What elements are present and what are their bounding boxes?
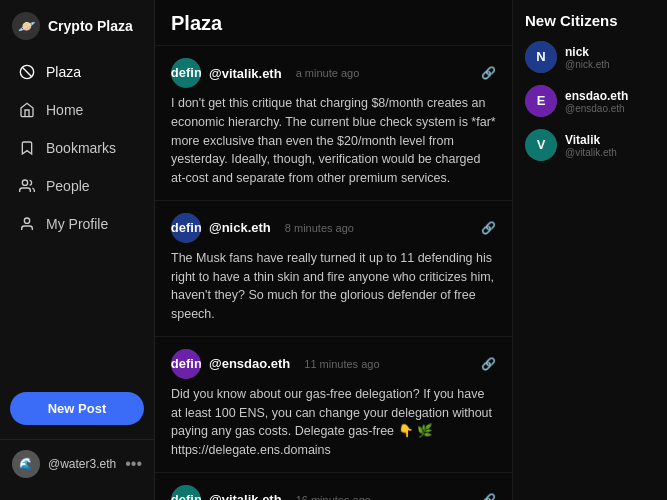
post-time: 8 minutes ago [285,222,354,234]
post-avatar: undefined [171,58,201,88]
citizen-handle: @nick.eth [565,59,610,70]
svg-text:E: E [537,93,546,108]
citizen-handle: @ensdao.eth [565,103,628,114]
sidebar-item-bookmarks[interactable]: Bookmarks [6,130,148,166]
citizen-avatar: E [525,85,557,117]
post-time: 16 minutes ago [296,494,371,500]
citizen-name: Vitalik [565,133,617,147]
svg-text:undefined: undefined [171,220,201,235]
citizen-handle: @vitalik.eth [565,147,617,158]
people-icon [18,177,36,195]
panel-title: New Citizens [525,12,655,29]
citizen-info: nick @nick.eth [565,45,610,70]
sidebar-nav: Plaza Home Bookmarks People My Profile [0,54,154,382]
citizens-list: N nick @nick.eth E ensdao.eth @ensdao.et… [525,41,655,161]
citizen-info: Vitalik @vitalik.eth [565,133,617,158]
sidebar-item-label-profile: My Profile [46,216,108,232]
post-avatar: undefined [171,213,201,243]
sidebar-item-people[interactable]: People [6,168,148,204]
post-link-icon[interactable]: 🔗 [481,493,496,500]
app-name: Crypto Plaza [48,18,133,34]
post-avatar: undefined [171,485,201,500]
feed-title: Plaza [171,12,496,35]
svg-line-1 [22,67,31,76]
svg-point-2 [22,180,27,185]
svg-text:undefined: undefined [171,356,201,371]
right-panel: New Citizens N nick @nick.eth E ensdao.e… [512,0,667,500]
post-header: undefined @ensdao.eth 11 minutes ago 🔗 [171,349,496,379]
post-header: undefined @nick.eth 8 minutes ago 🔗 [171,213,496,243]
svg-point-3 [24,218,29,223]
feed-list: undefined @vitalik.eth a minute ago 🔗 I … [155,46,512,500]
post-time: 11 minutes ago [304,358,379,370]
post-username[interactable]: @ensdao.eth [209,356,290,371]
svg-text:N: N [536,49,545,64]
post-link-icon[interactable]: 🔗 [481,357,496,371]
post-user: undefined @nick.eth 8 minutes ago [171,213,354,243]
home-icon [18,101,36,119]
post-content: I don't get this critique that charging … [171,94,496,188]
post-time: a minute ago [296,67,360,79]
current-user-handle: @water3.eth [48,457,117,471]
post-username[interactable]: @nick.eth [209,220,271,235]
post-card: undefined @vitalik.eth a minute ago 🔗 I … [155,46,512,201]
post-user: undefined @vitalik.eth a minute ago [171,58,359,88]
post-card: undefined @nick.eth 8 minutes ago 🔗 The … [155,201,512,337]
citizen-avatar: V [525,129,557,161]
svg-text:undefined: undefined [171,65,201,80]
post-content: Did you know about our gas-free delegati… [171,385,496,460]
post-content: The Musk fans have really turned it up t… [171,249,496,324]
citizen-item[interactable]: V Vitalik @vitalik.eth [525,129,655,161]
plaza-icon [18,63,36,81]
sidebar-item-label-plaza: Plaza [46,64,81,80]
citizen-item[interactable]: N nick @nick.eth [525,41,655,73]
post-user: undefined @vitalik.eth 16 minutes ago [171,485,371,500]
bookmarks-icon [18,139,36,157]
current-user-avatar: 🌊 [12,450,40,478]
sidebar-footer: 🌊 @water3.eth ••• [0,439,154,488]
app-logo: 🪐 Crypto Plaza [0,12,154,54]
sidebar-item-home[interactable]: Home [6,92,148,128]
feed-header: Plaza [155,0,512,46]
citizen-item[interactable]: E ensdao.eth @ensdao.eth [525,85,655,117]
citizen-name: nick [565,45,610,59]
svg-text:V: V [537,137,546,152]
post-card: undefined @vitalik.eth 16 minutes ago 🔗 … [155,473,512,500]
sidebar: 🪐 Crypto Plaza Plaza Home Bookmarks Peop… [0,0,155,500]
post-user: undefined @ensdao.eth 11 minutes ago [171,349,380,379]
sidebar-item-label-people: People [46,178,90,194]
profile-icon [18,215,36,233]
post-link-icon[interactable]: 🔗 [481,66,496,80]
sidebar-item-profile[interactable]: My Profile [6,206,148,242]
citizen-info: ensdao.eth @ensdao.eth [565,89,628,114]
post-header: undefined @vitalik.eth a minute ago 🔗 [171,58,496,88]
svg-text:undefined: undefined [171,492,201,500]
citizen-name: ensdao.eth [565,89,628,103]
post-username[interactable]: @vitalik.eth [209,492,282,500]
post-avatar: undefined [171,349,201,379]
post-card: undefined @ensdao.eth 11 minutes ago 🔗 D… [155,337,512,473]
sidebar-item-label-home: Home [46,102,83,118]
citizen-avatar: N [525,41,557,73]
post-link-icon[interactable]: 🔗 [481,221,496,235]
post-username[interactable]: @vitalik.eth [209,66,282,81]
sidebar-item-label-bookmarks: Bookmarks [46,140,116,156]
new-post-button[interactable]: New Post [10,392,144,425]
post-header: undefined @vitalik.eth 16 minutes ago 🔗 [171,485,496,500]
more-options-icon[interactable]: ••• [125,455,142,473]
main-feed: Plaza undefined @vitalik.eth a minute ag… [155,0,512,500]
sidebar-item-plaza[interactable]: Plaza [6,54,148,90]
logo-icon: 🪐 [12,12,40,40]
